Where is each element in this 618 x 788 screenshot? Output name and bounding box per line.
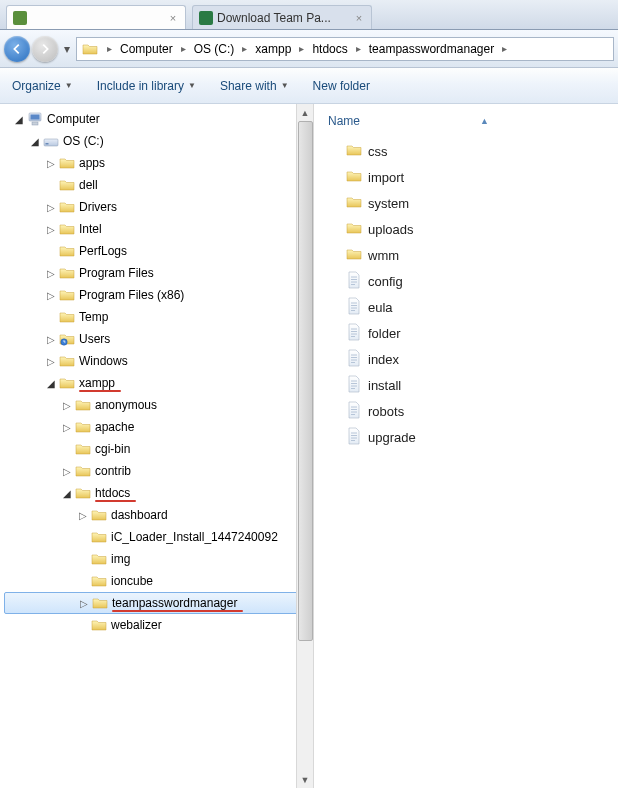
list-item[interactable]: system bbox=[328, 190, 618, 216]
browser-tabstrip: × Download Team Pa... × bbox=[0, 0, 618, 30]
tree-node[interactable]: ▷cgi-bin bbox=[4, 438, 313, 460]
tree-node[interactable]: ◢htdocs bbox=[4, 482, 313, 504]
close-icon[interactable]: × bbox=[353, 12, 365, 24]
expand-arrow-icon[interactable]: ▷ bbox=[60, 400, 74, 411]
tree-node-label: anonymous bbox=[95, 398, 163, 412]
list-item[interactable]: install bbox=[328, 372, 618, 398]
list-item[interactable]: config bbox=[328, 268, 618, 294]
tree-node[interactable]: ▷dashboard bbox=[4, 504, 313, 526]
tree-node[interactable]: ▷Users bbox=[4, 328, 313, 350]
path-segment[interactable]: xampp▸ bbox=[251, 38, 308, 60]
list-item[interactable]: index bbox=[328, 346, 618, 372]
tree-node[interactable]: ▷contrib bbox=[4, 460, 313, 482]
sort-indicator-icon: ▲ bbox=[480, 116, 489, 126]
organize-button[interactable]: Organize▼ bbox=[12, 79, 73, 93]
expand-arrow-icon[interactable]: ▷ bbox=[44, 290, 58, 301]
tree-node[interactable]: ▷Program Files bbox=[4, 262, 313, 284]
tree-node[interactable]: ▷apps bbox=[4, 152, 313, 174]
list-item[interactable]: robots bbox=[328, 398, 618, 424]
item-label: uploads bbox=[368, 222, 414, 237]
expand-arrow-icon[interactable]: ▷ bbox=[76, 510, 90, 521]
list-item[interactable]: folder bbox=[328, 320, 618, 346]
scroll-up-button[interactable]: ▲ bbox=[297, 104, 313, 121]
tree-node-label: OS (C:) bbox=[63, 134, 110, 148]
new-folder-button[interactable]: New folder bbox=[313, 79, 370, 93]
path-segment[interactable]: teampasswordmanager▸ bbox=[365, 38, 511, 60]
folder-icon bbox=[81, 40, 99, 58]
folder-icon bbox=[74, 485, 92, 501]
tree-node-label: Users bbox=[79, 332, 116, 346]
tree-node-label: iC_Loader_Install_1447240092 bbox=[111, 530, 284, 544]
expand-arrow-icon[interactable]: ▷ bbox=[44, 224, 58, 235]
scroll-thumb[interactable] bbox=[298, 121, 313, 641]
folder-icon bbox=[58, 243, 76, 259]
tree-node[interactable]: ◢OS (C:) bbox=[4, 130, 313, 152]
tree-node[interactable]: ▷Program Files (x86) bbox=[4, 284, 313, 306]
expand-arrow-icon[interactable]: ▷ bbox=[44, 334, 58, 345]
tree-node-label: xampp bbox=[79, 376, 121, 390]
tree-node[interactable]: ▷anonymous bbox=[4, 394, 313, 416]
forward-button[interactable] bbox=[32, 36, 58, 62]
tree-node[interactable]: ▷Temp bbox=[4, 306, 313, 328]
tab-label: Download Team Pa... bbox=[217, 11, 349, 25]
expand-arrow-icon[interactable]: ▷ bbox=[44, 158, 58, 169]
tab-current[interactable]: × bbox=[6, 5, 186, 29]
expand-arrow-icon[interactable]: ▷ bbox=[60, 466, 74, 477]
command-bar: Organize▼ Include in library▼ Share with… bbox=[0, 68, 618, 104]
tree-node-label: ioncube bbox=[111, 574, 159, 588]
list-item[interactable]: uploads bbox=[328, 216, 618, 242]
tree-node[interactable]: ▷Windows bbox=[4, 350, 313, 372]
share-with-button[interactable]: Share with▼ bbox=[220, 79, 289, 93]
svg-rect-4 bbox=[46, 143, 49, 145]
list-item[interactable]: eula bbox=[328, 294, 618, 320]
path-segment[interactable]: Computer▸ bbox=[116, 38, 190, 60]
path-segment[interactable]: htdocs▸ bbox=[308, 38, 364, 60]
folder-icon bbox=[90, 573, 108, 589]
expand-arrow-icon[interactable]: ◢ bbox=[12, 114, 26, 125]
item-label: wmm bbox=[368, 248, 399, 263]
expand-arrow-icon[interactable]: ▷ bbox=[60, 422, 74, 433]
tree-node[interactable]: ▷img bbox=[4, 548, 313, 570]
expand-arrow-icon[interactable]: ◢ bbox=[60, 488, 74, 499]
expand-arrow-icon[interactable]: ▷ bbox=[77, 598, 91, 609]
tree-node[interactable]: ▷ioncube bbox=[4, 570, 313, 592]
tree-node[interactable]: ◢xampp bbox=[4, 372, 313, 394]
tree-node[interactable]: ▷teampasswordmanager bbox=[4, 592, 313, 614]
tree-node[interactable]: ▷Intel bbox=[4, 218, 313, 240]
tree-node-label: Intel bbox=[79, 222, 108, 236]
tree-scrollbar[interactable]: ▲ ▼ bbox=[296, 104, 313, 788]
nav-history-dropdown[interactable]: ▾ bbox=[60, 37, 74, 61]
tab-other[interactable]: Download Team Pa... × bbox=[192, 5, 372, 29]
close-icon[interactable]: × bbox=[167, 12, 179, 24]
scroll-down-button[interactable]: ▼ bbox=[297, 771, 313, 788]
path-root-arrow[interactable]: ▸ bbox=[103, 38, 116, 60]
list-item[interactable]: css bbox=[328, 138, 618, 164]
navigation-bar: ▾ ▸Computer▸OS (C:)▸xampp▸htdocs▸teampas… bbox=[0, 30, 618, 68]
expand-arrow-icon[interactable]: ◢ bbox=[44, 378, 58, 389]
column-header-name[interactable]: Name bbox=[328, 114, 360, 128]
folder-icon bbox=[346, 169, 362, 186]
tree-node[interactable]: ▷webalizer bbox=[4, 614, 313, 636]
tree-node[interactable]: ▷PerfLogs bbox=[4, 240, 313, 262]
expand-arrow-icon[interactable]: ▷ bbox=[44, 268, 58, 279]
tab-favicon bbox=[13, 11, 27, 25]
tree-node[interactable]: ▷dell bbox=[4, 174, 313, 196]
list-item[interactable]: import bbox=[328, 164, 618, 190]
folder-icon bbox=[90, 507, 108, 523]
tree-node[interactable]: ▷iC_Loader_Install_1447240092 bbox=[4, 526, 313, 548]
tree-node[interactable]: ▷apache bbox=[4, 416, 313, 438]
address-bar[interactable]: ▸Computer▸OS (C:)▸xampp▸htdocs▸teampassw… bbox=[76, 37, 614, 61]
folder-icon bbox=[58, 155, 76, 171]
path-segment[interactable]: OS (C:)▸ bbox=[190, 38, 252, 60]
tree-node[interactable]: ▷Drivers bbox=[4, 196, 313, 218]
expand-arrow-icon[interactable]: ▷ bbox=[44, 202, 58, 213]
file-icon bbox=[346, 271, 362, 292]
list-item[interactable]: upgrade bbox=[328, 424, 618, 450]
expand-arrow-icon[interactable]: ▷ bbox=[44, 356, 58, 367]
include-in-library-button[interactable]: Include in library▼ bbox=[97, 79, 196, 93]
back-button[interactable] bbox=[4, 36, 30, 62]
expand-arrow-icon[interactable]: ◢ bbox=[28, 136, 42, 147]
tree-node[interactable]: ◢Computer bbox=[4, 108, 313, 130]
file-icon bbox=[346, 297, 362, 318]
list-item[interactable]: wmm bbox=[328, 242, 618, 268]
